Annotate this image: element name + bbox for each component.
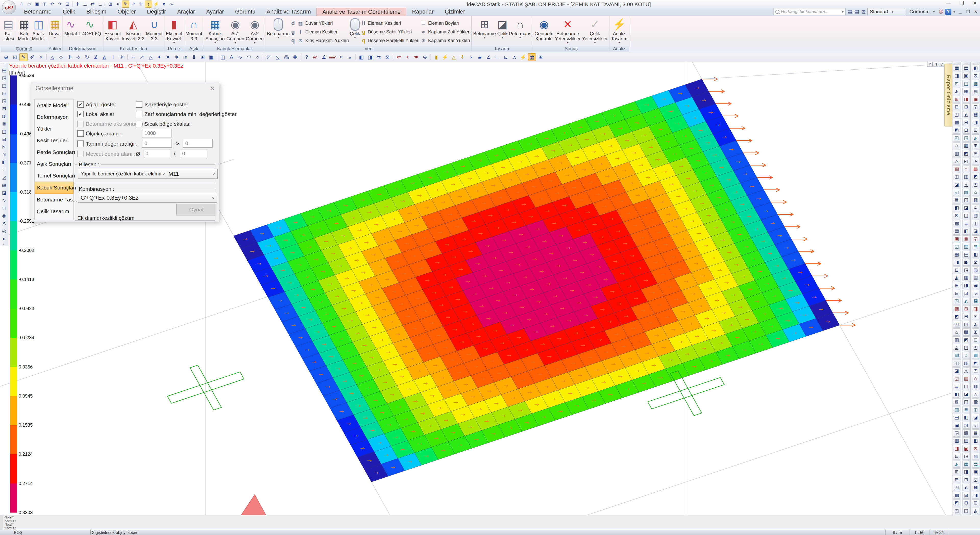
menu-tab--elik[interactable]: Çelik bbox=[57, 8, 81, 16]
tool-icon[interactable]: ▧ bbox=[963, 189, 970, 195]
tool-icon[interactable]: ◨ bbox=[953, 259, 960, 265]
tool-icon[interactable]: ▥ bbox=[963, 173, 970, 180]
tool-icon[interactable]: A bbox=[1, 220, 7, 227]
tool-icon[interactable]: Z bbox=[404, 53, 412, 61]
tool-icon[interactable]: ◳ bbox=[972, 157, 979, 165]
tool-icon[interactable]: ◨ bbox=[366, 53, 374, 61]
tool-icon[interactable]: ▣ bbox=[963, 72, 970, 79]
scale-factor-input[interactable] bbox=[142, 129, 172, 137]
menu-tab--izimler[interactable]: Çizimler bbox=[439, 8, 471, 16]
help-button[interactable]: ? bbox=[945, 9, 951, 15]
tool-icon[interactable]: ⚡ bbox=[519, 53, 527, 61]
restore-button[interactable]: ❐ bbox=[959, 0, 964, 6]
tool-icon[interactable]: ▩ bbox=[963, 329, 970, 335]
tool-icon[interactable]: ⊞ bbox=[963, 492, 970, 498]
tool-icon[interactable]: ↻ bbox=[83, 53, 91, 61]
tool-icon[interactable]: ⊾ bbox=[502, 53, 510, 61]
tool-icon[interactable]: ▤ bbox=[972, 274, 979, 281]
menu-tab-analiz-ve-tasar-m-g-r-nt-leme[interactable]: Analiz ve Tasarım Görüntüleme bbox=[317, 8, 407, 16]
tool-icon[interactable]: ◱ bbox=[963, 398, 970, 405]
tool-icon[interactable]: ▰ bbox=[476, 53, 484, 61]
tool-icon[interactable]: ▤ bbox=[953, 228, 960, 235]
save-all-icon[interactable]: ◫ bbox=[41, 0, 48, 8]
dialog-list-item-analiz-modeli[interactable]: Analiz Modeli bbox=[35, 100, 73, 111]
tool-icon[interactable]: ◸ bbox=[265, 53, 273, 61]
tool-icon[interactable]: ▥ bbox=[963, 360, 970, 367]
open-file-icon[interactable]: ▱ bbox=[25, 0, 33, 8]
node-snap-icon[interactable]: ✎ bbox=[122, 0, 129, 8]
tool-icon[interactable]: ≣ bbox=[963, 406, 970, 413]
tool-icon[interactable]: A bbox=[228, 53, 235, 61]
tool-icon[interactable]: ◇ bbox=[57, 53, 65, 61]
tool-icon[interactable]: ⊞ bbox=[963, 305, 970, 312]
tool-icon[interactable]: ▨ bbox=[963, 243, 970, 250]
ribbon-button--elik[interactable]: ◪Çelik▼ bbox=[496, 17, 508, 39]
tool-icon[interactable]: ⊡ bbox=[963, 476, 970, 483]
tool-icon[interactable]: ⊞ bbox=[536, 53, 545, 61]
rapor-onizleme-tab[interactable]: Rapor Önizleme bbox=[944, 64, 953, 127]
tool-icon[interactable]: ⊡ bbox=[11, 53, 19, 61]
tool-icon[interactable]: ⊠ bbox=[953, 212, 960, 219]
ribbon-button-kat-listesi[interactable]: ▤Katlistesi bbox=[2, 17, 14, 41]
command-history[interactable]: *İptal*Komut :*İptal*Komut : bbox=[0, 515, 980, 530]
tool-icon[interactable]: ◰ bbox=[953, 321, 960, 328]
save-icon[interactable]: ▣ bbox=[33, 0, 40, 8]
tool-icon[interactable]: ▦ bbox=[963, 88, 970, 95]
dialog-list-item-perde-sonu-lar-[interactable]: Perde Sonuçları bbox=[35, 146, 73, 158]
ribbon-item-eleman-kesitleri[interactable]: ⅠⅠEleman Kesitleri bbox=[361, 19, 420, 27]
tool-icon[interactable]: ▩ bbox=[953, 119, 960, 126]
tool-icon[interactable]: ◩ bbox=[953, 127, 960, 133]
tool-icon[interactable]: ≣ bbox=[972, 429, 979, 436]
tool-icon[interactable]: ◪ bbox=[963, 391, 970, 398]
ribbon-item-eleman-boylar-[interactable]: ≣Eleman Boyları bbox=[420, 19, 471, 27]
tool-icon[interactable]: ⌂ bbox=[953, 142, 960, 149]
tool-icon[interactable]: ▸ bbox=[1, 235, 7, 242]
dialog-list-item-deformasyon[interactable]: Deformasyon bbox=[35, 111, 73, 123]
layers-icon[interactable]: ▤ bbox=[848, 9, 853, 15]
tool-icon[interactable]: ∟ bbox=[493, 53, 501, 61]
status-zoom[interactable]: % 24 bbox=[926, 530, 950, 535]
tool-icon[interactable]: ◨ bbox=[972, 492, 979, 498]
tool-icon[interactable]: ◨ bbox=[963, 95, 970, 103]
tool-icon[interactable]: ▦ bbox=[972, 298, 979, 305]
scale-factor-checkbox[interactable] bbox=[77, 130, 84, 137]
tool-icon[interactable]: ⊞ bbox=[972, 329, 979, 335]
check-left-0-checkbox[interactable]: ✓ bbox=[77, 101, 84, 108]
tool-icon[interactable]: ✐ bbox=[28, 53, 36, 61]
tool-icon[interactable]: m² bbox=[311, 53, 319, 61]
tool-icon[interactable]: ⊞ bbox=[199, 53, 207, 61]
tool-icon[interactable]: ▣ bbox=[972, 468, 979, 475]
dialog-list-item--elik-tasar-m[interactable]: Çelik Tasarım bbox=[35, 206, 73, 217]
check-right-0-checkbox[interactable] bbox=[136, 101, 142, 108]
qat-dropdown-icon[interactable]: ▾ bbox=[160, 0, 167, 8]
tool-icon[interactable]: ⊠ bbox=[972, 445, 979, 452]
gorunum-select[interactable]: Görünüm ▾ bbox=[907, 8, 937, 15]
tool-icon[interactable]: ◭ bbox=[953, 460, 960, 467]
tool-icon[interactable]: ⊹ bbox=[74, 53, 83, 61]
tool-icon[interactable]: XY bbox=[395, 53, 403, 61]
tool-icon[interactable]: ⊡ bbox=[972, 127, 979, 133]
search-input[interactable]: Herhangi bir komut ara... ▾ bbox=[773, 8, 845, 15]
tool-icon[interactable]: ◠ bbox=[245, 53, 253, 61]
tool-icon[interactable]: ∷ bbox=[1, 167, 7, 173]
tool-icon[interactable]: ◰ bbox=[972, 367, 979, 374]
tool-icon[interactable]: ⊡ bbox=[953, 267, 960, 273]
tool-icon[interactable]: ≣ bbox=[953, 383, 960, 390]
tool-icon[interactable]: ∿ bbox=[236, 53, 244, 61]
tool-icon[interactable]: ▥ bbox=[972, 383, 979, 390]
tool-icon[interactable]: ⊡ bbox=[953, 453, 960, 460]
tool-icon[interactable]: mm² bbox=[328, 53, 337, 61]
tool-icon[interactable]: ◫ bbox=[963, 197, 970, 203]
tool-icon[interactable]: ⊞ bbox=[953, 282, 960, 289]
tool-icon[interactable]: ◺ bbox=[274, 53, 282, 61]
dialog-close-icon[interactable]: ✕ bbox=[210, 85, 215, 92]
ribbon-item-kaplama-zati-y-kleri[interactable]: ≈Kaplama Zati Yükleri bbox=[420, 27, 471, 36]
tool-icon[interactable]: ◧ bbox=[963, 228, 970, 235]
tool-icon[interactable]: ⊡ bbox=[972, 313, 979, 320]
tool-icon[interactable]: ◲ bbox=[972, 476, 979, 483]
tool-icon[interactable]: ⊞ bbox=[963, 119, 970, 126]
tool-icon[interactable]: ◪ bbox=[953, 181, 960, 188]
tool-icon[interactable]: ⁂ bbox=[282, 53, 290, 61]
tool-icon[interactable]: ▦ bbox=[972, 111, 979, 118]
polyline-snap-icon[interactable]: ≈ bbox=[115, 0, 121, 8]
